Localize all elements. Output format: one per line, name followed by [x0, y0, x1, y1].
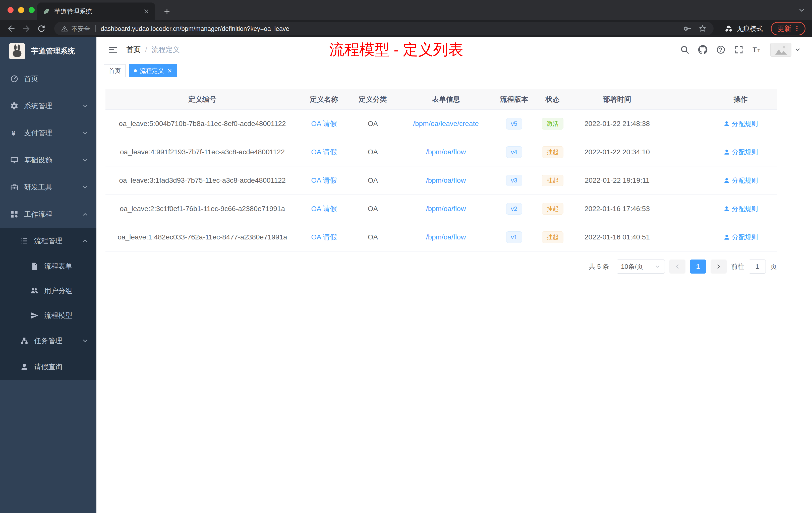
row-spacer — [662, 195, 704, 223]
tag-close-icon[interactable] — [167, 68, 173, 73]
sidebar-item-workflow[interactable]: 工作流程 — [0, 201, 96, 228]
tag-home[interactable]: 首页 — [104, 64, 125, 77]
version-badge: v4 — [506, 146, 522, 158]
assign-rule-link[interactable]: 分配规则 — [723, 176, 758, 185]
password-key-icon[interactable] — [683, 24, 692, 33]
deploy-time-cell: 2022-01-22 19:19:11 — [572, 167, 662, 194]
omnibox-divider — [95, 25, 96, 32]
row-spacer — [662, 167, 704, 194]
definition-category-cell: OA — [349, 167, 397, 194]
app-logo-row[interactable]: 芋道管理系统 — [0, 37, 96, 65]
bookmark-star-icon[interactable] — [698, 24, 707, 33]
help-icon[interactable] — [716, 45, 726, 55]
chevron-down-icon — [82, 130, 88, 136]
address-bar[interactable]: 不安全 dashboard.yudao.iocoder.cn/bpm/manag… — [54, 22, 714, 35]
sidebar-item-process-model[interactable]: 流程模型 — [0, 303, 96, 328]
table-row: oa_leave:1:482ec033-762a-11ec-8477-a2380… — [106, 223, 777, 251]
table-row: oa_leave:4:991f2193-7b7f-11ec-a3c8-acde4… — [106, 138, 777, 167]
gear-icon — [10, 102, 19, 110]
form-info-link[interactable]: /bpm/oa/flow — [426, 205, 466, 213]
status-badge: 激活 — [542, 118, 563, 130]
browser-tab[interactable]: 芋道管理系统 — [37, 2, 155, 20]
user-avatar-menu[interactable] — [770, 43, 801, 57]
page-size-select[interactable]: 10条/页 — [617, 260, 665, 274]
incognito-badge: 无痕模式 — [722, 24, 765, 33]
user-icon — [723, 206, 730, 212]
prev-page-button[interactable] — [669, 260, 686, 274]
definition-name-link[interactable]: OA 请假 — [311, 204, 337, 214]
monitor-icon — [10, 156, 19, 164]
annotation-title: 流程模型 - 定义列表 — [329, 39, 463, 60]
assign-rule-link[interactable]: 分配规则 — [723, 148, 758, 157]
incognito-label: 无痕模式 — [737, 24, 763, 33]
status-badge: 挂起 — [542, 203, 563, 215]
assign-rule-link[interactable]: 分配规则 — [723, 205, 758, 213]
workflow-icon — [10, 210, 19, 219]
avatar — [770, 43, 791, 57]
briefcase-icon — [10, 183, 19, 191]
search-icon[interactable] — [680, 45, 690, 55]
goto-page-input[interactable] — [749, 260, 766, 274]
tab-title: 芋道管理系统 — [54, 7, 139, 16]
window-close-button[interactable] — [7, 7, 13, 13]
browser-menu-dots-icon[interactable] — [793, 25, 801, 32]
url-text: dashboard.yudao.iocoder.cn/bpm/manager/d… — [101, 25, 678, 32]
chevron-up-icon — [82, 211, 88, 218]
page-1-button[interactable]: 1 — [690, 260, 706, 274]
browser-toolbar: 不安全 dashboard.yudao.iocoder.cn/bpm/manag… — [0, 20, 812, 37]
assign-rule-link[interactable]: 分配规则 — [723, 119, 758, 128]
definition-table: 定义编号 定义名称 定义分类 表单信息 流程版本 状态 部署时间 操作 oa_l… — [106, 89, 777, 251]
font-size-icon[interactable] — [752, 45, 762, 55]
github-icon[interactable] — [698, 45, 707, 55]
reload-button[interactable] — [37, 24, 46, 33]
tab-close-icon[interactable] — [143, 8, 150, 14]
version-badge: v2 — [506, 203, 522, 215]
not-secure-warning-icon — [61, 25, 68, 32]
tags-view: 首页 流程定义 — [96, 62, 812, 79]
sidebar-item-dev-tools[interactable]: 研发工具 — [0, 174, 96, 201]
form-info-link[interactable]: /bpm/oa/flow — [426, 148, 466, 156]
new-tab-button[interactable] — [163, 7, 171, 16]
definition-name-link[interactable]: OA 请假 — [311, 119, 337, 128]
breadcrumb-current: 流程定义 — [152, 45, 180, 55]
sidebar-item-process-mgmt[interactable]: 流程管理 — [0, 228, 96, 254]
col-definition-id: 定义编号 — [106, 89, 299, 110]
sidebar-item-infrastructure[interactable]: 基础设施 — [0, 147, 96, 174]
chevron-down-icon — [794, 47, 801, 53]
sidebar-item-task-mgmt[interactable]: 任务管理 — [0, 328, 96, 354]
definition-name-link[interactable]: OA 请假 — [311, 147, 337, 157]
definition-name-link[interactable]: OA 请假 — [311, 233, 337, 242]
chevron-left-icon — [674, 263, 681, 270]
version-badge: v5 — [506, 118, 522, 130]
fullscreen-icon[interactable] — [734, 45, 744, 55]
goto-label: 前往 — [731, 262, 744, 271]
sidebar-item-leave-query[interactable]: 请假查询 — [0, 354, 96, 380]
form-info-link[interactable]: /bpm/oa/flow — [426, 233, 466, 241]
sidebar-item-home[interactable]: 首页 — [0, 65, 96, 92]
breadcrumb-home[interactable]: 首页 — [126, 45, 141, 55]
window-minimize-button[interactable] — [18, 7, 24, 13]
sidebar-collapse-icon[interactable] — [108, 45, 118, 55]
sidebar-item-process-form[interactable]: 流程表单 — [0, 254, 96, 279]
sidebar-item-payment-mgmt[interactable]: 支付管理 — [0, 119, 96, 147]
form-info-link[interactable]: /bpm/oa/leave/create — [413, 120, 479, 128]
sidebar-item-system-mgmt[interactable]: 系统管理 — [0, 92, 96, 119]
definition-name-link[interactable]: OA 请假 — [311, 176, 337, 185]
app-title: 芋道管理系统 — [31, 46, 75, 56]
chevron-right-icon — [715, 263, 722, 270]
status-badge: 挂起 — [542, 146, 563, 158]
next-page-button[interactable] — [710, 260, 727, 274]
back-button[interactable] — [6, 24, 16, 33]
window-controls — [7, 7, 35, 13]
window-zoom-button[interactable] — [29, 7, 35, 13]
tag-process-definition[interactable]: 流程定义 — [129, 64, 177, 77]
yen-icon — [10, 129, 19, 137]
browser-update-button[interactable]: 更新 — [771, 22, 806, 35]
tab-search-chevron-icon[interactable] — [798, 6, 806, 14]
forward-button[interactable] — [22, 24, 31, 33]
people-icon — [30, 286, 39, 295]
form-info-link[interactable]: /bpm/oa/flow — [426, 176, 466, 184]
sidebar-item-user-group[interactable]: 用户分组 — [0, 279, 96, 303]
assign-rule-link[interactable]: 分配规则 — [723, 233, 758, 242]
breadcrumb-separator: / — [145, 46, 147, 54]
